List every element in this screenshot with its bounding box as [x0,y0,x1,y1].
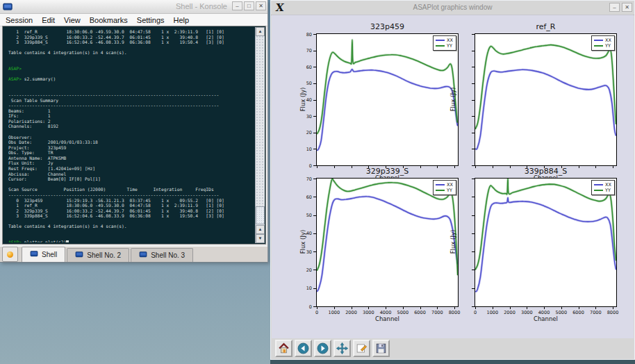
toolbar-back-button[interactable] [295,340,312,357]
ylabel-ref-r: Flux (Jy) [450,78,456,120]
x-tick [527,307,527,309]
menu-item-help[interactable]: Help [174,16,190,24]
konsole-titlebar-buttons: –□✕ [232,1,266,10]
x-tick-label: 3000 [518,310,535,315]
menu-item-settings[interactable]: Settings [137,16,165,24]
terminal-line: ----------------------------------------… [8,192,254,198]
legend-line-sample [436,45,445,47]
x-tick [352,307,352,309]
x-tick [475,307,476,309]
xlabel-329p339-s: Channel [316,315,459,322]
menu-item-session[interactable]: Session [6,16,33,24]
terminal-line: Antenna Name: ATPKSMB [8,156,254,161]
konsole-menubar: SessionEditViewBookmarksSettingsHelp [0,14,267,26]
terminal-line [8,235,254,240]
konsole-close-button[interactable]: ✕ [256,1,266,10]
toolbar-forward-button[interactable] [314,340,331,357]
x-tick [403,307,404,309]
asaplot-titlebar[interactable]: X ASAPlot graphics window –✕ [271,1,634,15]
y-tick [313,34,316,35]
ylabel-329p339-s: Flux (Jy) [299,221,306,263]
y-tick-label: 60 [301,65,312,70]
y-tick [313,215,316,216]
tab-shell[interactable]: Shell [22,247,65,262]
terminal-frame: 1 ref_R 18:30:06.0 -49.59.30.0 04:47:58 … [2,26,266,245]
y-tick [313,100,316,101]
x-tick [510,307,511,309]
legend-line-sample [436,184,445,185]
series-xx [317,69,458,151]
menu-item-bookmarks[interactable]: Bookmarks [90,16,128,24]
scroll-up-button[interactable]: ▲ [256,27,265,36]
legend-line-sample [436,190,445,191]
terminal-line: 2 329p339_S 16:00:33.2 -52.44.39.7 06:01… [8,208,254,214]
axes-323p459[interactable]: XXYY [316,33,459,166]
series-xx [317,197,458,292]
y-tick-label: 80 [301,32,312,38]
terminal-line: IFs: 1 [8,113,254,119]
y-tick [313,51,316,51]
axes-339p884-s[interactable]: XXYY [475,178,617,307]
terminal-screen[interactable]: 1 ref_R 18:30:06.0 -49.59.30.0 04:47:58 … [4,28,254,242]
legend-label: XX [447,182,453,188]
terminal-scrollbar[interactable]: ▲ ▲ ▼ [255,27,265,243]
terminal-line: 0 323p459 15:29:19.3 -56.31.21.3 03:37:4… [8,198,254,204]
menu-item-view[interactable]: View [64,16,81,24]
axes-329p339-s[interactable]: XXYY [316,178,459,307]
terminal-line: ----------------------------------------… [8,92,254,98]
y-tick-label: 60 [301,195,312,200]
x-tick-label: 7000 [587,310,604,315]
x-tick [454,307,455,309]
terminal-line: ----------------------------------------… [8,103,254,108]
y-tick [313,270,316,270]
scroll-up-button-bottom[interactable]: ▲ [256,225,265,234]
terminal-line [8,72,254,77]
x-tick [420,307,421,309]
terminal-line: Cursor: Beam[0] IF[0] Pol[1] [8,176,254,182]
y-tick [313,288,316,289]
asaplot-minimize-button[interactable]: – [609,3,620,12]
subplots-icon [355,342,368,355]
y-tick [472,306,475,307]
toolbar-subplots-button[interactable] [353,340,370,357]
legend-entry-xx: XX [594,38,611,43]
konsole-window-title: Shell - Konsole [176,2,227,10]
legend-label: XX [605,38,611,43]
scroll-thumb[interactable] [256,206,265,224]
new-session-button[interactable] [2,247,18,262]
konsole-titlebar[interactable]: Shell - Konsole –□✕ [0,0,267,14]
legend: XXYY [591,180,615,195]
menu-item-edit[interactable]: Edit [42,16,55,24]
terminal-line [8,82,254,88]
asaplot-titlebar-buttons: –✕ [609,3,632,12]
y-tick-label: 70 [301,48,312,53]
x-tick-label: 1000 [326,310,343,315]
konsole-maximize-button[interactable]: □ [244,1,254,10]
terminal-line [8,87,254,92]
toolbar-pan-button[interactable] [333,340,351,357]
legend-label: XX [605,182,611,188]
konsole-minimize-button[interactable]: – [232,1,242,10]
scroll-down-button[interactable]: ▼ [256,234,265,243]
y-tick [472,34,475,35]
toolbar-save-button[interactable] [372,340,390,357]
y-tick-label: 50 [301,213,312,218]
tab-shell-no-2[interactable]: Shell No. 2 [67,248,129,262]
terminal-line: Project: 323p459 [8,145,254,151]
tab-shell-no-3[interactable]: Shell No. 3 [131,248,193,262]
toolbar-home-button[interactable] [275,340,292,357]
legend-label: YY [605,43,611,49]
x-tick [386,307,386,309]
asaplot-window: X ASAPlot graphics window –✕ Channel323p… [270,0,635,360]
terminal-line: 3 339p884_S 16:52:04.6 -46.08.33.9 06:36… [8,40,254,45]
x-tick [613,307,613,309]
y-tick [472,251,475,252]
axes-ref-r[interactable]: XXYY [475,33,617,166]
x-tick-label: 5000 [553,310,570,315]
figure-canvas[interactable]: Channel323p459XXYY01020304050607080Flux … [272,15,634,339]
y-tick [313,149,316,149]
legend-entry-yy: YY [594,188,611,193]
x-tick-label: 7000 [429,310,445,315]
series-yy [475,45,616,129]
asaplot-close-button[interactable]: ✕ [622,3,632,12]
